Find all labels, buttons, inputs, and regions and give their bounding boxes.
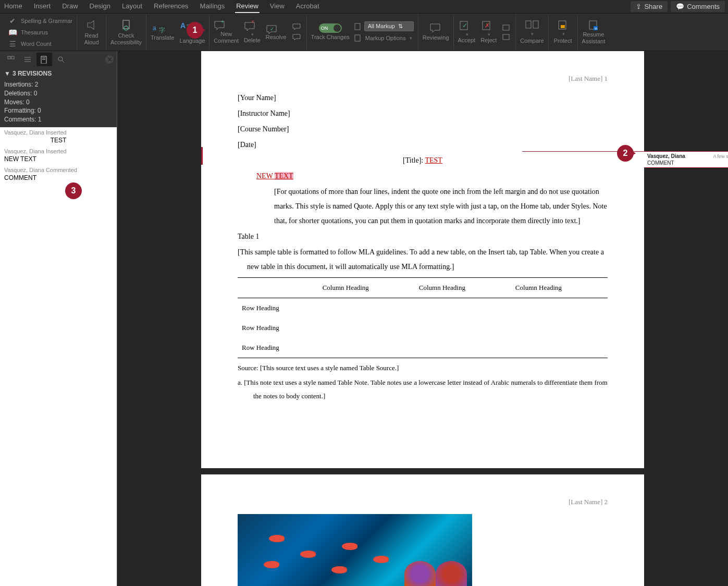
svg-rect-18 [533,21,538,28]
translate-button[interactable]: a字 Translate [151,23,174,41]
table-intro[interactable]: [This sample table is formatted to follo… [247,245,608,274]
svg-point-1 [124,26,128,30]
reject-label: Reject [480,37,497,43]
pane-tab-thumbnails[interactable] [3,53,19,66]
thesaurus-icon: 📖 [7,27,18,38]
stat-formatting: Formatting: 0 [4,106,113,115]
page-1[interactable]: [Last Name] 1 [Your Name] [Instructor Na… [201,51,644,468]
headings-icon [23,55,32,64]
revision-item[interactable]: Vasquez, Diana Inserted TEST [0,127,117,146]
tab-draw[interactable]: Draw [61,0,79,13]
share-label: Share [644,3,662,10]
svg-text:+: + [221,20,224,25]
reviewing-button[interactable]: Reviewing [418,15,454,50]
field-course[interactable]: [Course Number] [238,122,608,137]
sample-image[interactable] [238,514,472,586]
revision-stats: Insertions: 2 Deletions: 0 Moves: 0 Form… [0,79,117,127]
tab-references[interactable]: References [153,0,189,13]
accessibility-icon [120,19,132,31]
translate-label: Translate [151,34,174,41]
tracking-group: ON Track Changes All Markup⇅ Markup Opti… [307,15,418,50]
title-line[interactable]: [Title]: TEST [238,153,608,168]
svg-rect-15 [503,25,509,30]
accessibility-label: Check Accessibility [110,32,142,45]
table-note[interactable]: a. [This note text uses a style named Ta… [253,376,608,403]
revision-text: TEST [4,137,113,144]
tab-layout[interactable]: Layout [121,0,143,13]
share-button[interactable]: ⇪ Share [631,1,668,12]
tab-acrobat[interactable]: Acrobat [295,0,320,13]
page-2[interactable]: [Last Name] 2 [201,474,644,586]
markup-options-button[interactable]: Markup Options▾ [354,34,414,42]
dropdown-arrows-icon: ⇅ [398,23,403,29]
comments-button[interactable]: 💬 Comments [671,1,725,12]
prevnext-change[interactable] [502,24,511,41]
table-source[interactable]: Source: [This source text uses a style n… [238,361,608,375]
tab-view[interactable]: View [269,0,286,13]
tab-review[interactable]: Review [235,0,260,13]
accept-button[interactable]: ✓▾ Accept [458,20,476,43]
field-instructor[interactable]: [Instructor Name] [238,106,608,121]
svg-rect-17 [526,21,531,28]
main-area: ✕ ▼3 REVISIONS Insertions: 2 Deletions: … [0,51,728,586]
svg-text:A: A [180,21,186,30]
revisions-header[interactable]: ▼3 REVISIONS [0,68,117,79]
revision-item[interactable]: Vasquez, Diana Inserted NEW TEXT [0,146,117,165]
tab-insert[interactable]: Insert [33,0,52,13]
spelling-button[interactable]: ✔Spelling & Grammar [7,16,72,26]
readaloud-button[interactable]: Read Aloud [77,15,106,50]
chevron-down-icon: ▾ [562,31,565,36]
revision-item[interactable]: Vasquez, Diana Commented COMMENT [0,165,117,184]
sample-table[interactable]: Column HeadingColumn HeadingColumn Headi… [238,277,608,358]
comment-column: Vasquez, Diana A few seconds ago ↩ COMME… [644,51,728,468]
document-scroll[interactable]: 3 [Last Name] 1 [Your Name] [Instructor … [117,51,728,586]
field-yourname[interactable]: [Your Name] [238,91,608,105]
pane-tab-reviewing[interactable] [36,53,52,66]
tab-design[interactable]: Design [89,0,112,13]
tab-home[interactable]: Home [3,0,23,13]
deletecomment-icon: × [244,20,256,31]
protect-button[interactable]: ▾ Protect [549,15,578,50]
resume-button[interactable]: in Resume Assistant [578,15,610,50]
new-insertion: NEW [256,172,275,180]
chevron-down-icon: ▾ [410,35,412,41]
reject-button[interactable]: ✗▾ Reject [480,20,497,43]
markup-dropdown[interactable]: All Markup⇅ [364,21,414,31]
thesaurus-button[interactable]: 📖Thesaurus [7,27,72,38]
newcomment-button[interactable]: + New Comment [214,20,239,43]
accessibility-button[interactable]: Check Accessibility [106,15,146,50]
trackchanges-toggle[interactable]: ON [319,23,342,33]
table-label[interactable]: Table 1 [238,229,608,244]
revision-author: Vasquez, Diana Commented [4,167,113,173]
quote-block[interactable]: [For quotations of more than four lines,… [274,185,608,228]
stat-moves: Moves: 0 [4,98,113,107]
newtext-line[interactable]: NEW TEXT [256,169,608,184]
wordcount-button[interactable]: ☰Word Count [7,39,72,49]
svg-text:a: a [153,25,156,32]
pane-tab-headings[interactable] [20,53,35,66]
pane-tab-find[interactable] [53,53,69,66]
prevnext-comment[interactable] [292,23,302,42]
svg-rect-24 [8,56,10,59]
svg-text:字: 字 [159,27,165,34]
col-heading: Column Heading [318,278,415,298]
delete-button[interactable]: ×▾ Delete [244,20,261,43]
reviewing-label: Reviewing [423,34,449,41]
revisions-count: 3 REVISIONS [13,70,52,77]
compare-button[interactable]: ▾ Compare [516,15,548,50]
search-icon [57,55,65,64]
markup-icon [354,22,362,31]
resolve-button[interactable]: ✓ Resolve [266,23,287,40]
svg-point-26 [58,57,63,61]
resume-icon: in [587,20,600,30]
svg-rect-25 [11,56,14,59]
stat-insertions: Insertions: 2 [4,80,113,89]
tab-mailings[interactable]: Mailings [199,0,226,13]
revision-author: Vasquez, Diana Inserted [4,129,113,136]
translate-icon: a字 [151,23,165,34]
pane-close-button[interactable]: ✕ [105,55,114,64]
close-icon: ✕ [107,56,112,63]
comment-balloon[interactable]: Vasquez, Diana A few seconds ago ↩ COMME… [644,151,728,168]
field-date[interactable]: [Date] [238,138,608,152]
markupopt-icon [354,34,362,42]
